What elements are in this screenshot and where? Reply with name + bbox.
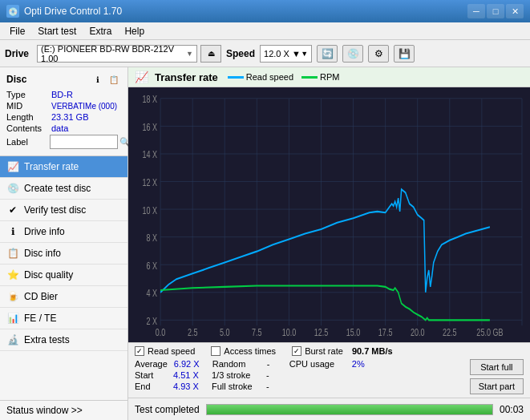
nav-item-disc-quality[interactable]: ⭐ Disc quality	[0, 265, 127, 286]
disc-copy-icon[interactable]: 📋	[107, 72, 121, 87]
svg-text:12.5: 12.5	[314, 326, 329, 337]
rpm-color	[301, 76, 318, 79]
nav-item-fe-te[interactable]: 📊 FE / TE	[0, 308, 127, 329]
disc-contents-label: Contents	[6, 123, 48, 133]
burst-rate-checkbox-label: Burst rate	[305, 346, 343, 356]
nav-label-create-test-disc: Create test disc	[24, 183, 91, 194]
verify-test-disc-icon: ✔	[6, 204, 19, 216]
disc-mid-value: VERBATIMe (000)	[51, 102, 117, 111]
disc-panel: Disc ℹ 📋 Type BD-R MID VERBATIMe (000) L…	[0, 67, 127, 156]
close-button[interactable]: ✕	[506, 4, 524, 18]
average-label: Average	[135, 359, 168, 369]
time-text: 00:03	[500, 404, 524, 415]
third-stroke-value: -	[266, 370, 282, 380]
nav-item-verify-test-disc[interactable]: ✔ Verify test disc	[0, 200, 127, 221]
svg-text:4 X: 4 X	[147, 288, 158, 299]
eject-button[interactable]: ⏏	[200, 45, 221, 63]
nav-item-extra-tests[interactable]: 🔬 Extra tests	[0, 329, 127, 351]
disc-length-label: Length	[6, 112, 48, 122]
drive-dropdown[interactable]: (E:) PIONEER BD-RW BDR-212V 1.00	[37, 45, 197, 63]
settings-button[interactable]: ⚙	[368, 45, 389, 63]
checkboxes-row: Read speed Access times Burst rate 90.7 …	[135, 346, 524, 356]
end-value: 4.93 X	[173, 382, 205, 391]
cd-bier-icon: 🍺	[6, 290, 19, 303]
random-label: Random	[212, 359, 261, 369]
checkbox-burst-rate[interactable]: Burst rate 90.7 MB/s	[292, 346, 393, 356]
nav-item-transfer-rate[interactable]: 📈 Transfer rate	[0, 156, 127, 178]
toolbar: Drive (E:) PIONEER BD-RW BDR-212V 1.00 ⏏…	[0, 40, 530, 67]
start-full-button[interactable]: Start full	[470, 359, 524, 375]
stats-with-buttons: Average 6.92 X Random - CPU usage 2% Sta…	[135, 359, 524, 394]
disc-contents-value: data	[51, 123, 68, 133]
menu-extra[interactable]: Extra	[83, 25, 118, 38]
disc-type-value: BD-R	[51, 90, 73, 99]
nav-item-drive-info[interactable]: ℹ Drive info	[0, 221, 127, 243]
svg-text:22.5: 22.5	[443, 326, 457, 337]
drive-select: (E:) PIONEER BD-RW BDR-212V 1.00 ⏏	[37, 45, 221, 63]
disc-icons: ℹ 📋	[91, 72, 121, 87]
start-part-button[interactable]: Start part	[470, 378, 524, 394]
sidebar: Disc ℹ 📋 Type BD-R MID VERBATIMe (000) L…	[0, 67, 128, 420]
chart-header: 📈 Transfer rate Read speed RPM	[128, 67, 530, 87]
legend-read-label: Read speed	[246, 72, 293, 82]
start-value: 4.51 X	[173, 370, 205, 380]
nav-item-cd-bier[interactable]: 🍺 CD Bier	[0, 286, 127, 308]
svg-text:2 X: 2 X	[147, 315, 158, 326]
third-stroke-label: 1/3 stroke	[212, 370, 260, 380]
average-value: 6.92 X	[174, 359, 206, 369]
menu-help[interactable]: Help	[118, 25, 151, 38]
nav-item-create-test-disc[interactable]: 💿 Create test disc	[0, 178, 127, 200]
disc-contents-row: Contents data	[6, 123, 121, 133]
maximize-button[interactable]: □	[487, 4, 504, 18]
main-content: Disc ℹ 📋 Type BD-R MID VERBATIMe (000) L…	[0, 67, 530, 420]
progress-container	[206, 404, 493, 415]
nav-label-transfer-rate: Transfer rate	[24, 161, 79, 172]
burst-rate-checkbox[interactable]	[292, 346, 301, 356]
chart-title: Transfer rate	[155, 71, 218, 83]
minimize-button[interactable]: ─	[467, 4, 485, 18]
stat-average-row: Average 6.92 X Random - CPU usage 2%	[135, 359, 463, 369]
checkbox-access-times[interactable]: Access times	[211, 346, 276, 356]
svg-text:25.0 GB: 25.0 GB	[476, 326, 503, 337]
access-times-checkbox[interactable]	[211, 346, 220, 356]
full-stroke-label: Full stroke	[212, 382, 260, 391]
refresh-button[interactable]: 🔄	[317, 45, 338, 63]
disc-label-input[interactable]	[50, 135, 118, 149]
nav-label-verify-test-disc: Verify test disc	[24, 204, 86, 216]
status-window-button[interactable]: Status window >>	[0, 400, 127, 420]
stat-end-row: End 4.93 X Full stroke -	[135, 382, 463, 391]
title-bar-left: 💿 Opti Drive Control 1.70	[6, 5, 122, 18]
svg-text:7.5: 7.5	[252, 326, 262, 337]
status-window-label: Status window >>	[6, 405, 83, 416]
svg-text:14 X: 14 X	[143, 149, 158, 160]
drive-info-icon: ℹ	[6, 225, 19, 238]
menu-file[interactable]: File	[3, 25, 31, 38]
disc-info-icon2: 📋	[6, 247, 19, 260]
disc-label-label: Label	[6, 137, 48, 147]
nav-label-cd-bier: CD Bier	[24, 291, 58, 302]
disc-label-row: Label 🔍	[6, 135, 121, 149]
legend-read-speed: Read speed	[228, 72, 293, 82]
read-speed-checkbox[interactable]	[135, 346, 144, 356]
stat-start-row: Start 4.51 X 1/3 stroke -	[135, 370, 463, 380]
menu-start-test[interactable]: Start test	[31, 25, 83, 38]
save-button[interactable]: 💾	[394, 45, 415, 63]
burst-rate-value: 90.7 MB/s	[352, 346, 393, 356]
svg-text:20.0: 20.0	[411, 326, 425, 337]
speed-dropdown[interactable]: 12.0 X ▼	[260, 45, 312, 63]
nav-label-fe-te: FE / TE	[24, 313, 56, 324]
nav-item-disc-info[interactable]: 📋 Disc info	[0, 243, 127, 265]
disc-info-icon[interactable]: ℹ	[91, 72, 105, 87]
chart-container: 18 X 16 X 14 X 12 X 10 X 8 X 6 X 4 X 2 X…	[128, 87, 530, 342]
svg-text:15.0: 15.0	[346, 326, 361, 337]
checkbox-read-speed[interactable]: Read speed	[135, 346, 195, 356]
disc-icon-button[interactable]: 💿	[342, 45, 363, 63]
drive-value: (E:) PIONEER BD-RW BDR-212V 1.00	[41, 44, 186, 63]
title-bar: 💿 Opti Drive Control 1.70 ─ □ ✕	[0, 0, 530, 22]
speed-value: 12.0 X ▼	[264, 49, 301, 59]
svg-text:16 X: 16 X	[143, 121, 158, 132]
read-speed-color	[228, 76, 244, 79]
nav-label-drive-info: Drive info	[24, 226, 65, 237]
extra-tests-icon: 🔬	[6, 333, 19, 346]
cpu-usage-label: CPU usage	[289, 359, 346, 369]
